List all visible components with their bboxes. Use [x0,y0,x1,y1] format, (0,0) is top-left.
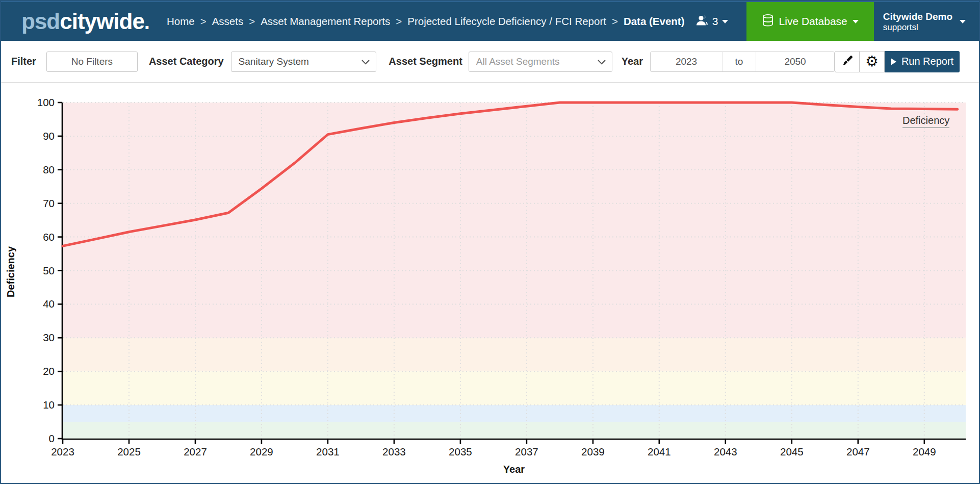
svg-text:2047: 2047 [846,446,870,457]
svg-text:70: 70 [43,197,55,209]
svg-text:30: 30 [43,332,55,343]
svg-text:2043: 2043 [714,446,737,457]
logo-citywide: citywide [60,9,144,34]
svg-text:2037: 2037 [515,446,538,457]
svg-text:2033: 2033 [382,446,406,457]
svg-text:2049: 2049 [913,446,936,457]
filter-label: Filter [11,56,36,67]
year-from-input[interactable]: 2023 [651,52,722,71]
year-label: Year [622,56,643,67]
breadcrumb-projected-lifecycle-report[interactable]: Projected Lifecycle Deficiency / FCI Rep… [407,15,606,28]
breadcrumb: Home > Assets > Asset Management Reports… [167,15,685,28]
svg-text:20: 20 [43,365,55,377]
deficiency-line-chart: 0102030405060708090100202320252027202920… [1,83,980,484]
account-text: Citywide Demo supportsl [883,11,952,32]
breadcrumb-separator: > [612,15,618,28]
svg-text:80: 80 [43,164,55,175]
breadcrumb-data-event[interactable]: Data (Event) [624,15,685,28]
svg-text:40: 40 [43,298,55,310]
account-name: Citywide Demo [883,11,952,22]
breadcrumb-asset-management-reports[interactable]: Asset Management Reports [261,15,390,28]
x-axis-title: Year [463,464,565,475]
paintbrush-icon [841,54,854,69]
breadcrumb-separator: > [396,15,402,28]
svg-text:2029: 2029 [250,446,273,457]
chevron-down-icon [598,56,606,67]
live-database-label: Live Database [779,15,847,28]
svg-text:10: 10 [43,399,55,411]
run-report-button[interactable]: Run Report [885,51,960,72]
chevron-down-icon [722,20,728,23]
breadcrumb-separator: > [200,15,207,28]
active-users-dropdown[interactable]: 3 [695,14,728,29]
navbar-right: 3 Live Database Citywide Demo supportsl [695,2,979,41]
y-axis-title: Deficiency [3,228,18,315]
svg-text:90: 90 [43,130,55,142]
svg-text:2027: 2027 [184,446,207,457]
logo-psd: psd [21,9,60,34]
no-filters-button[interactable]: No Filters [46,52,138,72]
top-navbar: psdcitywide. Home > Assets > Asset Manag… [1,1,979,41]
active-users-count: 3 [712,15,718,28]
asset-segment-label: Asset Segment [389,56,462,67]
svg-text:2045: 2045 [780,446,804,457]
chevron-down-icon [362,56,370,67]
account-menu[interactable]: Citywide Demo supportsl [883,11,966,32]
report-actions-group: ⚙ Run Report [835,51,960,72]
asset-category-select[interactable]: Sanitary System [231,52,377,72]
chevron-down-icon [853,20,859,23]
series-end-label[interactable]: Deficiency [902,115,949,128]
report-settings-button[interactable]: ⚙ [860,51,885,72]
svg-text:2031: 2031 [316,446,340,457]
live-database-dropdown[interactable]: Live Database [746,2,874,41]
asset-segment-value: All Asset Segments [476,56,560,67]
play-icon [891,58,896,65]
report-filter-bar: Filter No Filters Asset Category Sanitar… [1,41,979,83]
year-to-input[interactable]: 2050 [756,52,834,71]
asset-category-label: Asset Category [149,56,224,67]
breadcrumb-separator: > [249,15,255,28]
users-icon [695,14,709,29]
gear-icon: ⚙ [865,54,879,69]
asset-category-value: Sanitary System [239,56,309,67]
svg-text:60: 60 [43,231,55,243]
logo-dot: . [144,11,149,33]
svg-text:100: 100 [37,96,55,108]
psdcitywide-logo[interactable]: psdcitywide. [21,9,149,34]
chevron-down-icon [960,20,966,23]
run-report-label: Run Report [901,56,953,67]
svg-text:50: 50 [43,265,55,276]
svg-text:2041: 2041 [648,446,671,457]
svg-text:2035: 2035 [449,446,472,457]
breadcrumb-assets[interactable]: Assets [212,15,244,28]
deficiency-chart-region: 0102030405060708090100202320252027202920… [1,83,979,483]
svg-text:2025: 2025 [117,446,141,457]
year-to-word: to [722,52,756,71]
database-icon [762,14,774,30]
svg-text:0: 0 [49,432,55,444]
breadcrumb-home[interactable]: Home [167,15,195,28]
style-brush-button[interactable] [835,51,860,72]
asset-segment-select[interactable]: All Asset Segments [469,52,612,72]
year-range-group: 2023 to 2050 [650,52,835,72]
svg-text:2039: 2039 [581,446,605,457]
svg-text:2023: 2023 [51,446,74,457]
account-subtitle: supportsl [883,22,952,32]
